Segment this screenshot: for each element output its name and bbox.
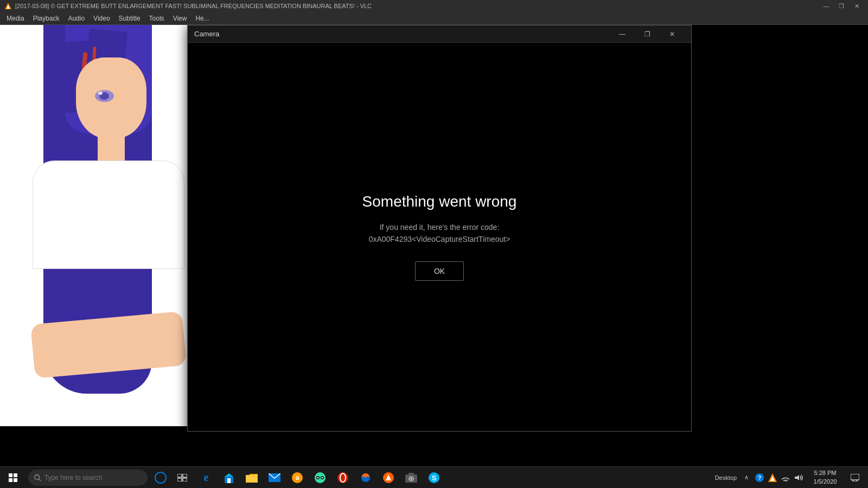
- svg-rect-3: [14, 473, 17, 477]
- taskbar-clock[interactable]: 5:28 PM 1/5/2020: [806, 469, 844, 486]
- dialog-titlebar: Camera — ❐ ✕: [188, 25, 691, 43]
- svg-rect-9: [177, 474, 182, 477]
- vlc-maximize-button[interactable]: ❐: [834, 1, 848, 11]
- vlc-close-button[interactable]: ✕: [850, 1, 864, 11]
- taskbar-app-icons: e a: [195, 467, 711, 489]
- dialog-minimize-button[interactable]: —: [610, 25, 635, 43]
- menu-subtitle[interactable]: Subtitle: [114, 14, 145, 23]
- svg-marker-40: [795, 475, 799, 480]
- svg-point-39: [785, 480, 787, 481]
- vlc-window: [2017-03-08] © GET EXTREME BUTT ENLARGEM…: [0, 0, 868, 466]
- network-icon: [781, 474, 790, 481]
- taskbar-skype-icon[interactable]: S: [423, 467, 445, 489]
- cortana-icon: [155, 472, 167, 484]
- taskbar-camera-icon[interactable]: [400, 467, 422, 489]
- taskbar-mail-icon[interactable]: [264, 467, 285, 489]
- action-center-icon: [851, 474, 859, 481]
- vlc-titlebar: [2017-03-08] © GET EXTREME BUTT ENLARGEM…: [0, 0, 868, 12]
- vlc-title-buttons: — ❐ ✕: [819, 1, 864, 11]
- tray-chevron[interactable]: ∧: [741, 472, 752, 483]
- taskbar-store-icon[interactable]: [218, 467, 240, 489]
- svg-rect-41: [851, 474, 859, 480]
- start-button[interactable]: [0, 467, 26, 489]
- svg-marker-30: [408, 473, 414, 474]
- svg-rect-5: [14, 478, 17, 482]
- dialog-close-button[interactable]: ✕: [660, 25, 685, 43]
- menu-video[interactable]: Video: [89, 14, 114, 23]
- svg-text:a: a: [296, 474, 299, 481]
- svg-rect-15: [227, 478, 231, 483]
- svg-rect-4: [9, 478, 12, 482]
- anime-shoulder: [33, 160, 184, 269]
- svg-text:S: S: [432, 474, 437, 482]
- error-heading: Something went wrong: [362, 193, 517, 210]
- taskbar-opera-icon[interactable]: [332, 467, 354, 489]
- clock-time: 5:28 PM: [814, 469, 837, 477]
- camera-icon: [405, 473, 417, 483]
- volume-icon: [794, 474, 803, 481]
- unknown1-icon: [382, 472, 394, 484]
- error-body: If you need it, here's the error code: 0…: [369, 221, 510, 246]
- vlc-minimize-button[interactable]: —: [819, 1, 833, 11]
- search-input[interactable]: [44, 474, 142, 481]
- taskbar-unknown1-icon[interactable]: [378, 467, 399, 489]
- tripadvisor-icon: [314, 472, 326, 484]
- svg-rect-2: [9, 473, 12, 477]
- taskbar-search[interactable]: [28, 470, 148, 486]
- taskbar-edge-icon[interactable]: e: [195, 467, 217, 489]
- svg-rect-10: [183, 474, 187, 477]
- svg-point-6: [35, 474, 40, 479]
- camera-dialog: Camera — ❐ ✕ Something went wrong If you…: [187, 25, 692, 432]
- menu-audio[interactable]: Audio: [63, 14, 89, 23]
- anime-eye: [95, 90, 114, 102]
- svg-marker-14: [225, 473, 233, 477]
- taskbar-cortana[interactable]: [150, 467, 171, 489]
- vlc-content: Camera — ❐ ✕ Something went wrong If you…: [0, 25, 868, 466]
- action-center-button[interactable]: [846, 467, 864, 489]
- task-view-icon: [177, 474, 187, 481]
- error-code: 0xA00F4293<VideoCaptureStartTimeout>: [369, 233, 510, 245]
- svg-rect-12: [183, 478, 187, 481]
- tray-volume-icon[interactable]: [793, 472, 804, 483]
- tray-network-icon[interactable]: [780, 472, 791, 483]
- taskbar-amazon-icon[interactable]: a: [286, 467, 308, 489]
- dialog-title: Camera: [194, 30, 610, 38]
- help-icon: ?: [755, 473, 764, 483]
- error-body-line1: If you need it, here's the error code:: [369, 221, 510, 233]
- tray-help-icon[interactable]: ?: [754, 472, 765, 483]
- svg-rect-11: [177, 478, 182, 481]
- svg-text:?: ?: [758, 474, 762, 481]
- ok-button[interactable]: OK: [415, 261, 464, 281]
- menu-playback[interactable]: Playback: [29, 14, 64, 23]
- opera-icon: [337, 472, 349, 484]
- taskbar-tripadvisor-icon[interactable]: [309, 467, 331, 489]
- taskbar-tray: Desktop ∧ ?: [711, 467, 868, 489]
- clock-date: 1/5/2020: [814, 478, 837, 486]
- vlc-cone-icon: [4, 2, 12, 10]
- amazon-icon: a: [291, 472, 303, 484]
- svg-point-22: [317, 477, 319, 478]
- taskbar: e a: [0, 466, 868, 488]
- menu-view[interactable]: View: [169, 14, 192, 23]
- menu-help[interactable]: He...: [191, 14, 213, 23]
- menu-tools[interactable]: Tools: [145, 14, 169, 23]
- anime-figure: [0, 25, 190, 426]
- dialog-content: Something went wrong If you need it, her…: [188, 43, 691, 431]
- vlc-title-text: [2017-03-08] © GET EXTREME BUTT ENLARGEM…: [15, 3, 819, 9]
- vlc-menubar: Media Playback Audio Video Subtitle Tool…: [0, 12, 868, 25]
- dialog-maximize-button[interactable]: ❐: [635, 25, 660, 43]
- taskbar-explorer-icon[interactable]: [241, 467, 263, 489]
- svg-point-32: [410, 478, 412, 480]
- svg-point-23: [322, 477, 323, 478]
- svg-point-8: [155, 472, 166, 483]
- anime-eye-highlight: [98, 92, 103, 95]
- taskbar-task-view[interactable]: [171, 467, 193, 489]
- svg-line-7: [39, 479, 41, 481]
- taskbar-firefox-icon[interactable]: [355, 467, 376, 489]
- folder-icon: [246, 473, 258, 483]
- right-edge: [692, 25, 868, 437]
- menu-media[interactable]: Media: [2, 14, 29, 23]
- tray-vlc-icon[interactable]: [767, 472, 778, 483]
- desktop-label: Desktop: [715, 474, 737, 481]
- vlc-tray-icon: [768, 473, 777, 483]
